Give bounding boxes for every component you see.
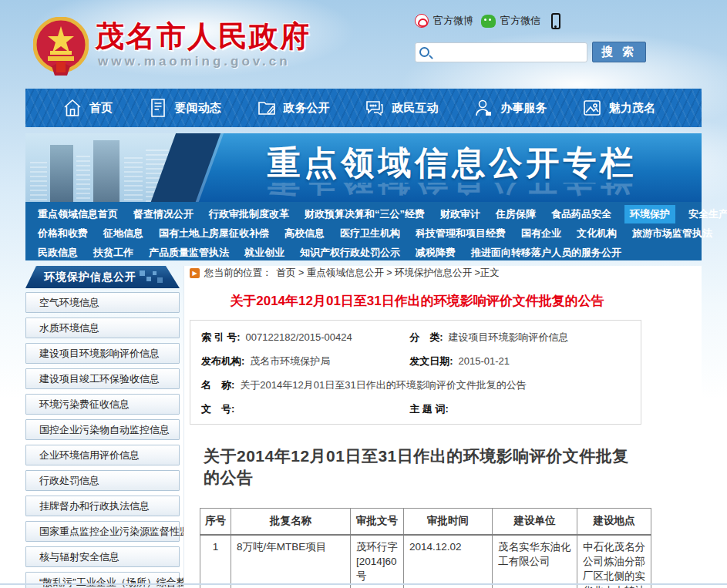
topic-link[interactable]: 就业创业 (242, 244, 287, 262)
topic-link[interactable]: 食品药品安全 (549, 205, 614, 223)
footer-divider (0, 583, 727, 585)
sidebar-item[interactable]: 国控企业污染物自动监控信息 (25, 419, 180, 440)
national-emblem-icon (33, 17, 89, 77)
breadcrumb-path: 首页 > 重点领域信息公开 > 环境保护信息公开 >正文 (277, 267, 500, 280)
table-cell: 茂环行字[2014]60号 (351, 535, 404, 588)
content-row: 环境保护信息公开 空气环境信息水质环境信息建设项目环境影响评价信息建设项目竣工环… (25, 266, 702, 588)
search-icon (419, 47, 429, 57)
folder-icon (257, 98, 277, 118)
nav-item-folder[interactable]: 政务公开 (257, 98, 330, 118)
meta-value: 茂名市环境保护局 (250, 355, 330, 367)
chat-icon (365, 98, 385, 118)
meta-field: 发文日期:2015-01-21 (409, 354, 628, 368)
sidebar-item[interactable]: 核与辐射安全信息 (25, 546, 180, 567)
breadcrumb-icon: ▶ (190, 268, 200, 278)
meta-value: 007122182/2015-00424 (246, 331, 352, 343)
site-name: 茂名市人民政府 (95, 17, 311, 56)
breadcrumb-link[interactable]: 首页 (277, 267, 296, 278)
page: 茂名市人民政府 www.maoming.gov.cn 官方微博 官方微信 (0, 0, 727, 588)
sidebar-item[interactable]: 建设项目环境影响评价信息 (25, 343, 180, 364)
breadcrumb-prefix: 您当前的位置： (204, 267, 272, 280)
weibo-link[interactable]: 官方微博 (415, 14, 473, 28)
topic-link[interactable]: 督查情况公开 (131, 205, 196, 223)
sidebar-item[interactable]: 行政处罚信息 (25, 470, 180, 491)
search-input[interactable] (429, 45, 587, 60)
meta-label: 文 号: (201, 403, 234, 415)
table-header-cell: 批复名称 (231, 509, 351, 535)
topic-link-active[interactable]: 环境保护 (624, 205, 675, 223)
topic-link[interactable]: 行政审批制度改革 (207, 205, 291, 223)
topic-link[interactable]: 安全生产 (686, 205, 727, 223)
sidebar-item[interactable]: “散乱污”工业企业（场所）综合整治信息 (25, 572, 180, 588)
topic-link[interactable]: 财政预算决算和“三公”经费 (302, 205, 427, 223)
table-header-cell: 建设单位 (493, 509, 577, 535)
sidebar-item[interactable]: 国家重点监控企业污染源监督性监测信息 (25, 521, 180, 542)
nav-item-service[interactable]: 办事服务 (473, 98, 547, 118)
meta-label: 名 称: (201, 379, 234, 391)
topic-link[interactable]: 住房保障 (493, 205, 538, 223)
topic-link[interactable]: 民政信息 (35, 244, 80, 262)
search-button[interactable]: 搜 索 (592, 42, 646, 62)
breadcrumb-separator: > (384, 267, 395, 278)
table-header-row: 序号批复名称审批文号审批时间建设单位建设地点 (200, 509, 651, 535)
nav-item-label: 办事服务 (500, 101, 547, 116)
breadcrumb-separator: > (472, 267, 480, 278)
topic-link[interactable]: 科技管理和项目经费 (413, 224, 508, 243)
table-header-cell: 审批时间 (404, 509, 493, 535)
topic-link[interactable]: 国有土地上房屋征收补偿 (157, 224, 271, 243)
breadcrumb: ▶ 您当前的位置： 首页 > 重点领域信息公开 > 环境保护信息公开 >正文 (190, 266, 702, 280)
topic-link[interactable]: 推进面向转移落户人员的服务公开 (469, 244, 624, 262)
nav-item-news[interactable]: 要闻动态 (148, 98, 221, 118)
approvals-table: 序号批复名称审批文号审批时间建设单位建设地点 18万吨/年MTBE项目茂环行字[… (200, 508, 651, 588)
topic-link[interactable]: 征地信息 (101, 224, 146, 243)
nav-item-chat[interactable]: 政民互动 (365, 98, 438, 118)
social-links: 官方微博 官方微信 (415, 12, 560, 29)
topic-link[interactable]: 知识产权行政处罚公示 (298, 244, 402, 262)
page-column: 茂名市人民政府 www.maoming.gov.cn 官方微博 官方微信 (25, 0, 702, 588)
site-logo[interactable]: 茂名市人民政府 www.maoming.gov.cn (32, 14, 355, 85)
topic-link[interactable]: 财政审计 (438, 205, 483, 223)
sidebar-item[interactable]: 企业环境信用评价信息 (25, 445, 180, 465)
sidebar-item[interactable]: 挂牌督办和行政执法信息 (25, 496, 180, 516)
table-cell: 茂名实华东油化工有限公司 (493, 535, 577, 588)
sidebar-list: 空气环境信息水质环境信息建设项目环境影响评价信息建设项目竣工环保验收信息环境污染… (25, 292, 180, 588)
breadcrumb-link[interactable]: 环境保护信息公开 (395, 267, 472, 278)
mobile-icon[interactable] (551, 13, 560, 29)
site-url: www.maoming.gov.cn (98, 54, 291, 69)
topic-link[interactable]: 价格和收费 (35, 224, 90, 243)
topic-link[interactable]: 产品质量监管执法 (146, 244, 231, 262)
meta-field: 名 称:关于2014年12月01日至31日作出的环境影响评价文件批复的公告 (201, 378, 628, 392)
sidebar-item[interactable]: 空气环境信息 (25, 292, 180, 313)
topic-nav: 重点领域信息首页督查情况公开行政审批制度改革财政预算决算和“三公”经费财政审计住… (25, 202, 702, 260)
topic-link[interactable]: 重点领域信息首页 (35, 205, 120, 223)
sidebar-item[interactable]: 水质环境信息 (25, 318, 180, 338)
meta-field: 索 引 号:007122182/2015-00424 (201, 331, 409, 344)
sidebar-header: 环境保护信息公开 (25, 266, 180, 288)
nav-item-home[interactable]: 首页 (62, 98, 113, 118)
table-header-cell: 建设地点 (577, 509, 651, 535)
table-row: 18万吨/年MTBE项目茂环行字[2014]60号2014.12.02茂名实华东… (200, 535, 651, 588)
table-header-cell: 序号 (200, 509, 231, 535)
nav-item-label: 魅力茂名 (609, 101, 655, 116)
home-icon (62, 98, 82, 118)
topic-link[interactable]: 旅游市场监管执法 (630, 224, 715, 243)
wechat-icon (481, 15, 496, 28)
breadcrumb-link[interactable]: 正文 (480, 267, 500, 278)
wechat-link[interactable]: 官方微信 (481, 14, 540, 28)
sidebar-item[interactable]: 环境污染费征收信息 (25, 394, 180, 415)
topic-link[interactable]: 扶贫工作 (91, 244, 136, 262)
wechat-label: 官方微信 (500, 14, 540, 28)
sidebar-item[interactable]: 建设项目竣工环保验收信息 (25, 368, 180, 389)
topic-link[interactable]: 高校信息 (282, 224, 327, 243)
topic-link[interactable]: 文化机构 (574, 224, 619, 243)
breadcrumb-separator: > (296, 267, 307, 278)
topic-link[interactable]: 国有企业 (519, 224, 564, 243)
banner-title-reflection: 重点领域信息公开专栏 (203, 183, 702, 201)
topic-link[interactable]: 医疗卫生机构 (338, 224, 402, 243)
nav-item-photo[interactable]: 魅力茂名 (582, 98, 655, 118)
topic-link[interactable]: 减税降费 (413, 244, 458, 262)
breadcrumb-link[interactable]: 重点领域信息公开 (307, 267, 384, 278)
meta-value: 2015-01-21 (459, 355, 510, 367)
nav-item-label: 政务公开 (284, 101, 330, 116)
table-cell: 1 (200, 535, 231, 588)
